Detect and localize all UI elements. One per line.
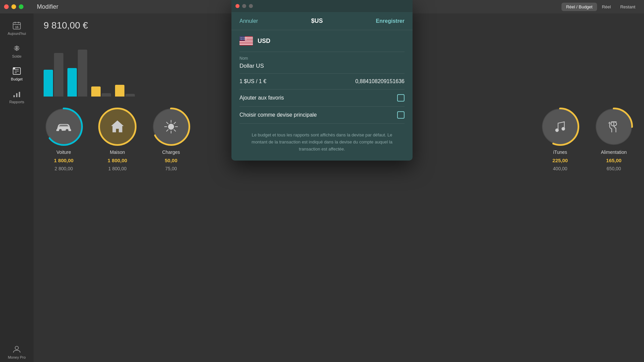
modal-body: ★ ★ ★ ★ ★ ★ ★ ★ ★ ★ ★ ★ ★ ★ ★ ★ ★ ★ ★ ★ …: [231, 30, 413, 161]
favorite-checkbox[interactable]: [397, 94, 405, 102]
name-label: Nom: [239, 56, 405, 61]
favorite-label: Ajouter aux favoris: [239, 95, 284, 101]
currency-code: USD: [258, 38, 270, 45]
info-text: Le budget et tous les rapports sont affi…: [239, 124, 405, 161]
cancel-button[interactable]: Annuler: [239, 18, 258, 24]
svg-text:★ ★ ★ ★ ★: ★ ★ ★ ★ ★: [240, 39, 247, 40]
svg-rect-48: [239, 43, 253, 43]
modal-header: Annuler $US Enregistrer: [231, 12, 413, 30]
default-row: Choisir comme devise principale: [239, 107, 405, 124]
modal-overlay: Annuler $US Enregistrer: [0, 0, 644, 362]
rate-row: 1 $US / 1 € 0,884108209151636: [239, 74, 405, 89]
save-button[interactable]: Enregistrer: [376, 18, 405, 24]
modal-maximize-btn[interactable]: [249, 4, 253, 8]
default-checkbox[interactable]: [397, 111, 405, 119]
modal-close-btn[interactable]: [235, 4, 239, 8]
name-field-section: Nom Dollar US: [239, 52, 405, 74]
favorite-row: Ajouter aux favoris: [239, 89, 405, 107]
default-label: Choisir comme devise principale: [239, 112, 317, 118]
us-flag-icon: ★ ★ ★ ★ ★ ★ ★ ★ ★ ★ ★ ★ ★ ★ ★ ★ ★ ★ ★ ★ …: [239, 36, 253, 46]
name-value[interactable]: Dollar US: [239, 63, 405, 69]
svg-rect-49: [239, 44, 253, 45]
modal-titlebar: [231, 0, 413, 12]
modal-minimize-btn[interactable]: [242, 4, 246, 8]
modal-title: $US: [311, 17, 323, 24]
rate-label: 1 $US / 1 €: [239, 78, 266, 84]
svg-rect-47: [239, 41, 253, 42]
rate-value[interactable]: 0,884108209151636: [355, 78, 405, 84]
currency-modal: Annuler $US Enregistrer: [231, 0, 413, 161]
currency-flag-row: ★ ★ ★ ★ ★ ★ ★ ★ ★ ★ ★ ★ ★ ★ ★ ★ ★ ★ ★ ★ …: [239, 30, 405, 52]
